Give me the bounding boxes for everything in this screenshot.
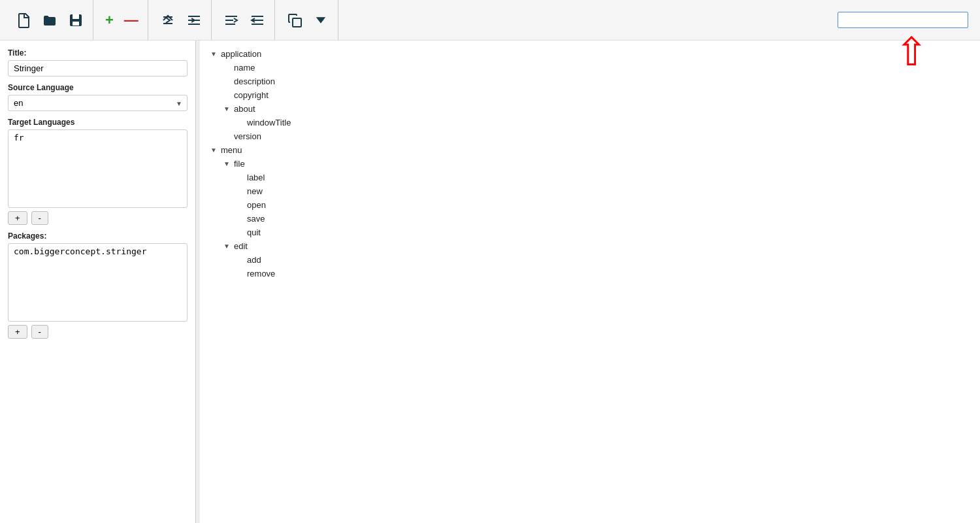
tree-node-application[interactable]: ▼application <box>200 47 980 61</box>
add-remove-group: + — <box>96 0 148 40</box>
tree-label-windowTitle: windowTitle <box>247 118 291 127</box>
svg-rect-1 <box>73 14 79 19</box>
tree-node-save[interactable]: save <box>200 212 980 226</box>
tree-label-description: description <box>234 76 275 86</box>
tree-arrow-menu: ▼ <box>210 146 220 154</box>
tree-label-open: open <box>247 200 266 210</box>
tree-label-new: new <box>247 186 263 196</box>
tree-node-new[interactable]: new <box>200 184 980 198</box>
target-languages-textarea[interactable] <box>8 129 188 208</box>
tree-node-label[interactable]: label <box>200 171 980 184</box>
tree-node-remove[interactable]: remove <box>200 267 980 280</box>
tree-label-remove: remove <box>247 269 275 278</box>
packages-btn-row: + - <box>8 325 188 339</box>
tree-label-copyright: copyright <box>234 90 269 100</box>
tree-node-version[interactable]: version <box>200 129 980 143</box>
svg-rect-14 <box>293 18 301 27</box>
add-button[interactable]: + <box>101 9 118 31</box>
search-group <box>832 0 973 40</box>
add-package-button[interactable]: + <box>8 325 27 339</box>
tree-label-name: name <box>234 63 255 73</box>
tree-node-name[interactable]: name <box>200 61 980 75</box>
tree-arrow-file: ▼ <box>223 160 233 167</box>
tree-node-open[interactable]: open <box>200 198 980 212</box>
tree-label-add: add <box>247 255 261 265</box>
tree-label-about: about <box>234 104 255 114</box>
target-languages-section: Target Languages + - <box>8 118 188 225</box>
title-label: Title: <box>8 48 188 58</box>
tree-node-add[interactable]: add <box>200 253 980 267</box>
tree-label-edit: edit <box>234 241 248 251</box>
remove-target-button[interactable]: - <box>31 211 48 225</box>
tree-arrow-about: ▼ <box>223 105 233 112</box>
packages-textarea[interactable] <box>8 243 188 322</box>
tree-panel: ▼applicationnamedescriptioncopyright▼abo… <box>200 41 980 523</box>
indent-group <box>151 0 212 40</box>
copy-group <box>278 0 338 40</box>
tree-arrow-application: ▼ <box>210 50 220 58</box>
source-language-select[interactable]: en fr de es <box>8 95 188 111</box>
svg-rect-2 <box>73 22 79 25</box>
target-btn-row: + - <box>8 211 188 225</box>
tree-node-windowTitle[interactable]: windowTitle <box>200 116 980 129</box>
indent-right-2-button[interactable] <box>182 10 206 31</box>
tree-label-quit: quit <box>247 228 261 237</box>
tree-arrow-edit: ▼ <box>223 243 233 250</box>
tree-label-version: version <box>234 131 261 141</box>
tree-label-application: application <box>221 49 261 59</box>
add-target-button[interactable]: + <box>8 211 27 225</box>
tree-label-save: save <box>247 214 265 224</box>
copy-dropdown-button[interactable] <box>309 10 333 31</box>
copy-button[interactable] <box>283 10 306 31</box>
source-language-section: Source Language en fr de es ▼ <box>8 83 188 111</box>
tree-label-menu: menu <box>221 145 242 155</box>
new-file-button[interactable] <box>12 10 35 31</box>
title-section: Title: <box>8 48 188 76</box>
indent-right-button[interactable] <box>156 10 180 31</box>
search-input[interactable] <box>838 12 968 28</box>
left-panel: Title: Source Language en fr de es ▼ Tar… <box>0 41 196 523</box>
open-file-button[interactable] <box>38 10 61 31</box>
source-language-label: Source Language <box>8 83 188 92</box>
tree-node-description[interactable]: description <box>200 75 980 88</box>
tree-node-about[interactable]: ▼about <box>200 102 980 116</box>
target-languages-label: Target Languages <box>8 118 188 127</box>
tree-node-edit[interactable]: ▼edit <box>200 239 980 253</box>
toolbar: + — <box>0 0 980 41</box>
align-left-2-button[interactable] <box>246 10 269 31</box>
tree-node-menu[interactable]: ▼menu <box>200 143 980 157</box>
tree-label-label: label <box>247 173 265 182</box>
tree-node-copyright[interactable]: copyright <box>200 88 980 102</box>
tree-container: ▼applicationnamedescriptioncopyright▼abo… <box>200 47 980 280</box>
tree-label-file: file <box>234 159 245 169</box>
packages-label: Packages: <box>8 231 188 241</box>
align-left-button[interactable] <box>220 10 243 31</box>
source-language-wrapper: en fr de es ▼ <box>8 95 188 111</box>
title-input[interactable] <box>8 60 188 76</box>
align-group <box>214 0 275 40</box>
svg-marker-15 <box>316 17 325 24</box>
main-area: Title: Source Language en fr de es ▼ Tar… <box>0 41 980 523</box>
tree-node-file[interactable]: ▼file <box>200 157 980 171</box>
file-tools-group <box>7 0 93 40</box>
remove-package-button[interactable]: - <box>31 325 48 339</box>
tree-node-quit[interactable]: quit <box>200 226 980 239</box>
packages-section: Packages: + - <box>8 231 188 339</box>
remove-button[interactable]: — <box>120 10 142 30</box>
save-file-button[interactable] <box>64 10 88 31</box>
